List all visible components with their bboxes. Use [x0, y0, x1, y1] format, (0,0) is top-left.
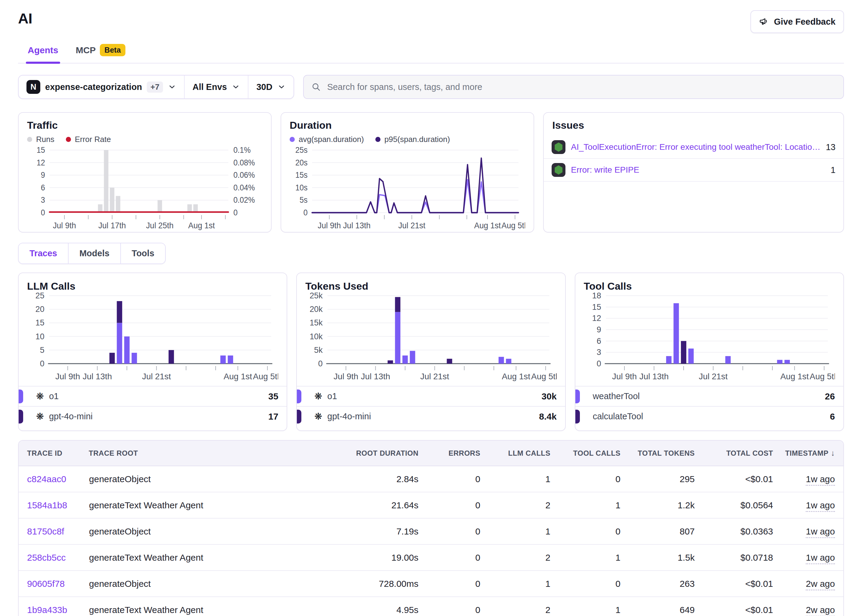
- search-bar[interactable]: [303, 75, 844, 99]
- total-tokens: 807: [680, 526, 695, 536]
- timestamp-link[interactable]: 1w ago: [806, 526, 835, 538]
- svg-text:Jul 9th: Jul 9th: [55, 372, 80, 381]
- timestamp-link[interactable]: 1w ago: [806, 500, 835, 512]
- main-tabs: Agents MCP Beta: [18, 44, 844, 63]
- trace-id-link[interactable]: 90605f78: [27, 579, 65, 589]
- timestamp-link[interactable]: 1w ago: [806, 474, 835, 486]
- search-input[interactable]: [327, 82, 836, 92]
- svg-text:20k: 20k: [310, 305, 323, 314]
- tab-mcp[interactable]: MCP Beta: [76, 44, 126, 63]
- col-root-duration[interactable]: ROOT DURATION: [316, 441, 427, 466]
- timestamp-link[interactable]: 1w ago: [806, 553, 835, 564]
- svg-text:Aug 1st: Aug 1st: [780, 372, 809, 381]
- legend-item[interactable]: avg(span.duration): [290, 135, 364, 144]
- svg-text:Aug 1st: Aug 1st: [224, 372, 252, 381]
- svg-text:3: 3: [41, 195, 45, 205]
- beta-badge: Beta: [100, 44, 125, 56]
- issue-row[interactable]: Error: write EPIPE1: [544, 159, 843, 182]
- svg-text:0: 0: [318, 359, 323, 368]
- svg-text:20s: 20s: [295, 158, 308, 167]
- legend-value: 8.4k: [539, 412, 556, 422]
- traffic-chart[interactable]: 0369121500.02%0.04%0.06%0.08%0.1%Jul 9th…: [27, 146, 262, 232]
- tokens-used-chart[interactable]: 05k10k15k20k25kJul 9thJul 13thJul 21stAu…: [305, 292, 556, 383]
- legend-item[interactable]: p95(span.duration): [375, 135, 450, 144]
- table-row[interactable]: 1584a1b8generateText Weather Agent21.64s…: [19, 492, 843, 518]
- duration-legend: avg(span.duration)p95(span.duration): [290, 135, 525, 144]
- tab-tools[interactable]: Tools: [120, 244, 165, 264]
- llm-calls-chart[interactable]: 0510152025Jul 9thJul 13thJul 21stAug 1st…: [27, 292, 278, 383]
- legend-row[interactable]: ❋o135: [19, 386, 287, 406]
- legend-row[interactable]: ❋o130k: [297, 386, 565, 406]
- table-row[interactable]: 81750c8fgenerateObject7.19s010807$0.0363…: [19, 518, 843, 544]
- nodejs-icon: [552, 163, 565, 177]
- trace-id-link[interactable]: 1b9a433b: [27, 605, 67, 615]
- megaphone-icon: [759, 16, 770, 27]
- table-row[interactable]: c824aac0generateObject2.84s010295<$0.011…: [19, 466, 843, 492]
- svg-text:5: 5: [40, 346, 44, 355]
- duration-chart[interactable]: 05s10s15s20s25sJul 9thJul 13thJul 21stAu…: [290, 146, 525, 232]
- issue-row[interactable]: AI_ToolExecutionError: Error executing t…: [544, 136, 843, 159]
- table-row[interactable]: 258cb5ccgenerateText Weather Agent19.00s…: [19, 544, 843, 570]
- project-selector[interactable]: N expense-categorization +7: [19, 75, 184, 98]
- col-total-cost[interactable]: TOTAL COST: [703, 441, 781, 466]
- trace-id-link[interactable]: c824aac0: [27, 474, 66, 484]
- total-cost: <$0.01: [745, 474, 773, 484]
- svg-text:0: 0: [233, 208, 238, 217]
- timestamp-link[interactable]: 2w ago: [806, 605, 835, 616]
- env-selector[interactable]: All Envs: [184, 75, 248, 98]
- give-feedback-button[interactable]: Give Feedback: [751, 10, 844, 33]
- traces-table: TRACE ID TRACE ROOT ROOT DURATION ERRORS…: [18, 440, 844, 616]
- svg-text:15s: 15s: [295, 170, 308, 179]
- total-tokens: 1.5k: [678, 553, 695, 563]
- legend-label: Error Rate: [75, 135, 111, 144]
- tool-calls-count: 1: [615, 605, 620, 615]
- legend-value: 35: [268, 391, 278, 402]
- col-timestamp[interactable]: TIMESTAMP↓: [781, 441, 843, 466]
- trace-root: generateText Weather Agent: [89, 553, 203, 563]
- legend-row[interactable]: ❋gpt-4o-mini8.4k: [297, 406, 565, 426]
- legend-row[interactable]: ❋gpt-4o-mini17: [19, 406, 287, 426]
- svg-text:10: 10: [36, 332, 44, 341]
- issue-link[interactable]: AI_ToolExecutionError: Error executing t…: [571, 142, 821, 152]
- issue-count: 13: [826, 142, 835, 152]
- traffic-card: Traffic RunsError Rate 0369121500.02%0.0…: [18, 112, 272, 233]
- svg-text:Aug 5th: Aug 5th: [810, 372, 835, 381]
- root-duration: 2.84s: [396, 474, 418, 484]
- errors-count: 0: [475, 579, 480, 589]
- tab-models[interactable]: Models: [68, 244, 120, 264]
- svg-text:Aug 5th: Aug 5th: [253, 372, 278, 381]
- timestamp-link[interactable]: 2w ago: [806, 579, 835, 591]
- legend-item[interactable]: Runs: [27, 135, 55, 144]
- tool-calls-chart[interactable]: 0369121518Jul 9thJul 13thJul 21stAug 1st…: [584, 292, 835, 383]
- root-duration: 728.00ms: [379, 579, 419, 589]
- svg-text:0.02%: 0.02%: [233, 195, 255, 205]
- col-total-tokens[interactable]: TOTAL TOKENS: [629, 441, 703, 466]
- table-row[interactable]: 90605f78generateObject728.00ms010263<$0.…: [19, 570, 843, 597]
- date-range-selector[interactable]: 30D: [248, 75, 293, 98]
- svg-text:Aug 1st: Aug 1st: [502, 372, 531, 381]
- legend-item[interactable]: Error Rate: [66, 135, 111, 144]
- svg-text:25s: 25s: [295, 146, 308, 155]
- tab-traces[interactable]: Traces: [19, 244, 68, 264]
- tokens-used-legend: ❋o130k❋gpt-4o-mini8.4k: [297, 386, 565, 426]
- legend-row[interactable]: calculateTool6: [575, 406, 843, 426]
- trace-id-link[interactable]: 1584a1b8: [27, 500, 67, 510]
- trace-id-link[interactable]: 81750c8f: [27, 526, 64, 536]
- table-row[interactable]: 1b9a433bgenerateText Weather Agent4.95s0…: [19, 597, 843, 616]
- col-llm-calls[interactable]: LLM CALLS: [489, 441, 559, 466]
- col-trace-id[interactable]: TRACE ID: [19, 441, 89, 466]
- trace-id-link[interactable]: 258cb5cc: [27, 553, 66, 563]
- legend-color-chip: [575, 390, 580, 403]
- tab-agents[interactable]: Agents: [28, 44, 58, 63]
- issue-link[interactable]: Error: write EPIPE: [571, 165, 825, 175]
- duration-card: Duration avg(span.duration)p95(span.dura…: [281, 112, 534, 233]
- legend-name: o1: [49, 391, 59, 401]
- col-trace-root[interactable]: TRACE ROOT: [89, 441, 316, 466]
- errors-count: 0: [475, 474, 480, 484]
- col-errors[interactable]: ERRORS: [427, 441, 489, 466]
- legend-row[interactable]: weatherTool26: [575, 386, 843, 406]
- tool-calls-legend: weatherTool26calculateTool6: [575, 386, 843, 426]
- col-tool-calls[interactable]: TOOL CALLS: [559, 441, 629, 466]
- svg-text:10s: 10s: [295, 183, 308, 192]
- tool-calls-count: 0: [615, 579, 620, 589]
